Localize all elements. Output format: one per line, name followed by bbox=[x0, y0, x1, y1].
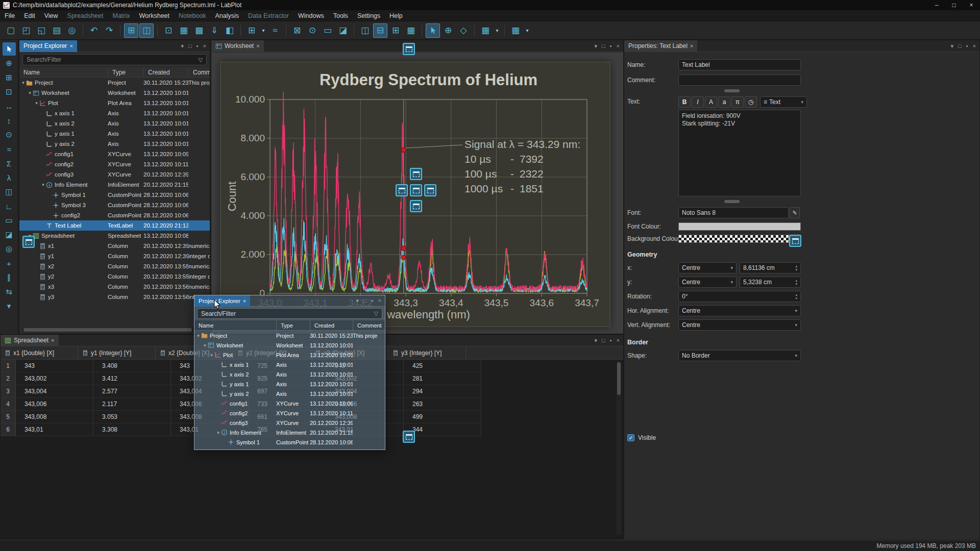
tree-item-plot[interactable]: ▾PlotPlot Area13.12.2020 10:01 bbox=[19, 98, 210, 108]
panel-close-icon[interactable]: × bbox=[617, 338, 620, 343]
font-field[interactable]: Noto Sans 8 bbox=[678, 207, 789, 218]
panel-float-icon[interactable]: □ bbox=[602, 43, 605, 49]
tree-item-symbol-1[interactable]: Symbol 1CustomPoint28.12.2020 10:06 bbox=[19, 190, 210, 200]
tool-add-info-element-button[interactable]: ◎ bbox=[3, 242, 16, 256]
hor-alignment-combo[interactable]: Centre ▾ bbox=[678, 305, 801, 316]
visible-checkbox[interactable]: ✓ bbox=[627, 434, 634, 441]
tree-item-config3[interactable]: config3XYCurve20.12.2020 12:39 bbox=[19, 169, 210, 180]
custom-point-marker[interactable] bbox=[401, 148, 406, 153]
tree-item-y-axis-1[interactable]: y axis 1Axis13.12.2020 10:01 bbox=[19, 129, 210, 139]
tool-add-reference-line-button[interactable]: ∥ bbox=[3, 271, 16, 284]
scrollbar-thumb[interactable] bbox=[617, 362, 621, 395]
add-column-layout-button[interactable]: ⊟ bbox=[373, 23, 387, 38]
spreadsheet-cell[interactable]: 3.308 bbox=[93, 423, 171, 436]
tree-item-x-axis-2[interactable]: x axis 2Axis13.12.2020 10:01 bbox=[19, 118, 210, 129]
tool-add-fit-curve-button[interactable]: λ bbox=[3, 171, 16, 184]
panel-pin-icon[interactable]: ▪ bbox=[197, 43, 199, 49]
close-button[interactable]: × bbox=[963, 0, 980, 10]
panel-close-icon[interactable]: × bbox=[203, 43, 206, 49]
spreadsheet-cell[interactable]: 3.412 bbox=[93, 372, 171, 385]
tool-add-custom-point-button[interactable]: + bbox=[3, 257, 16, 270]
plot-style-arrow-button[interactable]: ▾ bbox=[494, 23, 501, 38]
menu-tools[interactable]: Tools bbox=[329, 10, 353, 21]
panel-close-icon[interactable]: × bbox=[617, 43, 620, 49]
tree-item-y2[interactable]: y2Column20.12.2020 13:55integer da bbox=[19, 271, 210, 282]
tree-item-x3[interactable]: x3Column20.12.2020 13:56numerical bbox=[19, 282, 210, 292]
tree-item-x-axis-1[interactable]: x axis 1Axis13.12.2020 10:01 bbox=[19, 108, 210, 118]
tool-add-image-button[interactable]: ◪ bbox=[3, 228, 16, 241]
horizontal-scrollbar[interactable] bbox=[22, 328, 207, 332]
vertical-scrollbar[interactable] bbox=[617, 361, 621, 535]
tool-add-equation-curve-button[interactable]: Σ bbox=[3, 157, 16, 170]
worksheet-menu-button[interactable]: ▾ bbox=[260, 23, 267, 38]
tool-select-region-button[interactable]: ⊡ bbox=[3, 85, 16, 98]
tree-item-spreadsheet[interactable]: ▾SpreadsheetSpreadsheet13.12.2020 10:08 bbox=[19, 231, 210, 241]
tab-worksheet[interactable]: Worksheet × bbox=[211, 40, 264, 52]
print-preview-button[interactable]: ◎ bbox=[65, 23, 79, 38]
dock-indicator-left-edge[interactable] bbox=[22, 236, 35, 248]
expander-icon[interactable]: ▾ bbox=[20, 80, 26, 85]
text-mode-combo[interactable]: ≡ Text ▾ bbox=[760, 96, 807, 108]
navigate-mode-button[interactable]: ◇ bbox=[456, 23, 471, 38]
tree-item-x2[interactable]: x2Column20.12.2020 13:55numerical bbox=[19, 261, 210, 271]
row-header[interactable]: 6 bbox=[1, 423, 16, 436]
plot-apply-arrow-button[interactable]: ▾ bbox=[524, 23, 531, 38]
tool-add-legend-button[interactable]: ◫ bbox=[3, 185, 16, 198]
maximize-button[interactable]: □ bbox=[945, 0, 963, 10]
dock-indicator-center-up[interactable] bbox=[410, 168, 422, 180]
tree-item-config2[interactable]: config2CustomPoint28.12.2020 10:06 bbox=[19, 210, 210, 220]
tree-item-symbol-3[interactable]: Symbol 3CustomPoint28.12.2020 10:06 bbox=[19, 200, 210, 210]
import-data-button[interactable]: ⇓ bbox=[207, 23, 222, 38]
custom-point-marker[interactable] bbox=[401, 255, 406, 260]
panel-menu-icon[interactable]: ▾ bbox=[950, 43, 953, 49]
menu-file[interactable]: File bbox=[0, 10, 19, 21]
font-size-up-button[interactable]: A bbox=[705, 96, 717, 108]
tree-item-text-label[interactable]: Text LabelTextLabel20.12.2020 21:13 bbox=[19, 220, 210, 231]
plot-style-menu-button[interactable]: ▦ bbox=[478, 23, 493, 38]
row-header[interactable]: 3 bbox=[1, 385, 16, 398]
new-plot-button[interactable]: ≈ bbox=[268, 23, 282, 38]
tool-zoom-y-button[interactable]: ↕ bbox=[3, 114, 16, 127]
minimize-button[interactable]: – bbox=[928, 0, 945, 10]
spreadsheet-cell[interactable]: 425 bbox=[404, 360, 481, 372]
spreadsheet-cell[interactable]: 344 bbox=[404, 423, 481, 436]
spreadsheet-cell[interactable]: 343,002 bbox=[16, 372, 93, 385]
spin-up-icon[interactable]: ▴ bbox=[795, 293, 797, 296]
text-content-editor[interactable]: Field ionisation: 900V Stark splitting: … bbox=[678, 110, 801, 196]
duplicate-button[interactable]: ◧ bbox=[223, 23, 237, 38]
expander-icon[interactable]: ▾ bbox=[40, 182, 46, 187]
tree-item-x1[interactable]: x1Column20.12.2020 12:39numerical bbox=[19, 241, 210, 251]
column-header-created[interactable]: Created bbox=[143, 67, 188, 78]
zoom-fit-button[interactable]: ⊙ bbox=[305, 23, 320, 38]
tab-spreadsheet[interactable]: Spreadsheet × bbox=[1, 335, 59, 346]
new-project-button[interactable]: ▢ bbox=[4, 23, 18, 38]
panel-float-icon[interactable]: □ bbox=[602, 338, 605, 343]
spreadsheet-cell[interactable]: 263 bbox=[404, 398, 481, 411]
expander-icon[interactable]: ▾ bbox=[27, 90, 33, 95]
menu-analysis[interactable]: Analysis bbox=[211, 10, 244, 21]
expander-icon[interactable]: ▾ bbox=[34, 101, 39, 106]
export-image-button[interactable]: ◪ bbox=[336, 23, 350, 38]
info-label-title[interactable]: Signal at λ = 343.29 nm: bbox=[464, 138, 580, 150]
menu-worksheet[interactable]: Worksheet bbox=[135, 10, 175, 21]
close-icon[interactable]: × bbox=[69, 43, 72, 49]
print-button[interactable]: ▤ bbox=[50, 23, 64, 38]
zoom-select-button[interactable]: ⊠ bbox=[290, 23, 304, 38]
menu-edit[interactable]: Edit bbox=[19, 10, 40, 21]
rotation-spinbox[interactable]: 0° ▴▾ bbox=[678, 291, 801, 302]
panel-close-icon[interactable]: × bbox=[973, 43, 976, 49]
spreadsheet-cell[interactable]: 343,008 bbox=[16, 411, 93, 423]
tool-add-text-label-button[interactable]: ▭ bbox=[3, 214, 16, 227]
spreadsheet-cell[interactable]: 294 bbox=[404, 385, 481, 398]
tool-zoom-x-button[interactable]: ↔ bbox=[3, 99, 16, 113]
spin-up-icon[interactable]: ▴ bbox=[795, 279, 797, 282]
new-folder-button[interactable]: ⊡ bbox=[161, 23, 176, 38]
tree-item-info-element[interactable]: ▾Info ElementInfoElement20.12.2020 21:15 bbox=[19, 180, 210, 190]
tool-add-curve-button[interactable]: ≈ bbox=[3, 142, 16, 156]
column-header-comment[interactable]: Comment bbox=[188, 67, 210, 78]
tree-item-config2[interactable]: config2XYCurve13.12.2020 10:11 bbox=[19, 159, 210, 169]
vert-alignment-combo[interactable]: Centre ▾ bbox=[678, 319, 801, 331]
redo-button[interactable]: ↷ bbox=[102, 23, 116, 38]
tree-item-config1[interactable]: config1XYCurve13.12.2020 10:09 bbox=[19, 149, 210, 159]
tool-shift-button[interactable]: ⇆ bbox=[3, 285, 16, 298]
